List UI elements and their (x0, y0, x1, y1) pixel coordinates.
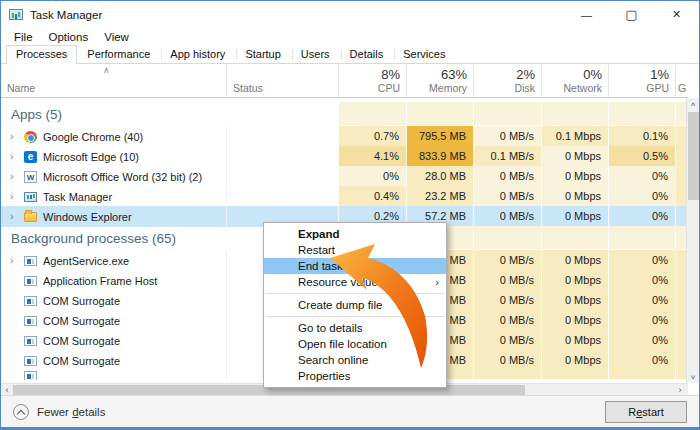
app-icon (24, 336, 37, 346)
metric-label: CPU (378, 82, 400, 94)
column-gpu[interactable]: 1% GPU (608, 64, 675, 97)
column-cpu[interactable]: 8% CPU (338, 64, 406, 97)
network-cell: 0 Mbps (541, 166, 608, 187)
name-column-label: Name (7, 82, 35, 94)
process-row[interactable]: › Microsoft Edge (10) 4.1% 833.9 MB 0.1 … (1, 146, 688, 166)
menubar-item-view[interactable]: View (96, 31, 137, 43)
tab-processes[interactable]: Processes (6, 45, 77, 64)
gpu-cell: 0% (608, 270, 675, 291)
context-menu-item-label: Search online (298, 354, 368, 366)
context-menu-item-go-to-details[interactable]: Go to details (264, 320, 446, 336)
context-menu-item-open-file-location[interactable]: Open file location (264, 336, 446, 352)
tab-app-history[interactable]: App history (160, 45, 235, 63)
memory-cell: 23.2 MB (406, 186, 473, 207)
submenu-arrow-icon: › (435, 274, 439, 290)
cpu-cell: 4.1% (338, 146, 406, 167)
gpu-cell: 0.1% (608, 126, 675, 147)
scroll-down-icon[interactable]: ˅ (687, 371, 699, 383)
process-name: COM Surrogate (43, 295, 120, 307)
tab-details[interactable]: Details (340, 45, 394, 63)
menubar-item-file[interactable]: File (6, 31, 41, 43)
expand-chevron-icon[interactable]: › (10, 191, 18, 202)
network-cell: 0 Mbps (541, 310, 608, 331)
cpu-cell: 0% (338, 166, 406, 187)
tab-label: Performance (87, 48, 150, 60)
tab-performance[interactable]: Performance (77, 45, 160, 63)
edge-icon (24, 151, 37, 163)
context-menu-item-expand[interactable]: Expand (264, 226, 446, 242)
restart-button-label: Restart (628, 406, 663, 418)
expand-chevron-icon[interactable]: › (10, 211, 18, 222)
close-button[interactable]: ✕ (654, 1, 699, 28)
network-cell: 0 Mbps (541, 186, 608, 207)
context-menu-item-restart[interactable]: Restart (264, 242, 446, 258)
column-network[interactable]: 0% Network (541, 64, 608, 97)
gpu-cell: 0% (608, 250, 675, 271)
network-cell: 0 Mbps (541, 350, 608, 371)
process-name: Microsoft Edge (10) (43, 151, 139, 163)
disk-cell: 0.1 MB/s (473, 146, 541, 167)
network-cell: 0 Mbps (541, 330, 608, 351)
tab-label: Users (301, 48, 330, 60)
network-cell (541, 370, 608, 380)
process-row[interactable]: › Task Manager 0.4% 23.2 MB 0 MB/s 0 Mbp… (1, 186, 688, 206)
scroll-left-icon[interactable]: ‹ (1, 385, 13, 395)
process-name: Task Manager (43, 191, 112, 203)
scroll-up-icon[interactable]: ˄ (687, 98, 699, 110)
process-name: COM Surrogate (43, 355, 120, 367)
expand-chevron-icon[interactable]: › (10, 131, 18, 142)
tab-label: Startup (245, 48, 280, 60)
gpu-cell: 0% (608, 166, 675, 187)
tab-label: App history (170, 48, 225, 60)
section-title: Apps (5) (1, 102, 338, 126)
metric-total-percent: 2% (516, 67, 535, 82)
app-icon (24, 256, 37, 266)
process-row[interactable]: › Google Chrome (40) 0.7% 795.5 MB 0 MB/… (1, 126, 688, 146)
disk-cell: 0 MB/s (473, 186, 541, 207)
expand-chevron-icon[interactable]: › (10, 171, 18, 182)
fewer-details-button[interactable]: Fewer details (13, 404, 105, 420)
column-memory[interactable]: 63% Memory (406, 64, 473, 97)
disk-cell: 0 MB/s (473, 290, 541, 311)
maximize-button[interactable]: ▢ (609, 1, 654, 28)
memory-cell: 28.0 MB (406, 166, 473, 187)
status-column-label: Status (233, 82, 263, 94)
process-row[interactable]: › Microsoft Office Word (32 bit) (2) 0% … (1, 166, 688, 186)
context-menu-item-end-task[interactable]: End task (264, 258, 446, 274)
menubar-item-options[interactable]: Options (41, 31, 97, 43)
column-name[interactable]: ∧ Name (1, 64, 226, 97)
context-menu-item-properties[interactable]: Properties (264, 368, 446, 384)
column-status[interactable]: Status (226, 64, 338, 97)
expand-chevron-icon[interactable]: › (10, 151, 18, 162)
expand-chevron-icon[interactable]: › (10, 255, 18, 266)
memory-cell: 833.9 MB (406, 146, 473, 167)
minimize-button[interactable]: — (564, 1, 609, 28)
vertical-scrollbar-thumb[interactable] (688, 112, 699, 200)
column-disk[interactable]: 2% Disk (473, 64, 541, 97)
disk-cell: 0 MB/s (473, 126, 541, 147)
memory-cell: 795.5 MB (406, 126, 473, 147)
cpu-cell: 0.7% (338, 126, 406, 147)
vertical-scrollbar[interactable]: ˄ ˅ (686, 98, 699, 383)
tab-services[interactable]: Services (393, 45, 455, 63)
context-menu-item-search-online[interactable]: Search online (264, 352, 446, 368)
disk-cell: 0 MB/s (473, 350, 541, 371)
metric-label: Memory (429, 82, 467, 94)
tab-users[interactable]: Users (291, 45, 340, 63)
section-header[interactable]: Apps (5) (1, 102, 688, 126)
status-cell (226, 126, 338, 147)
explorer-icon (24, 212, 37, 222)
metric-total-percent: 8% (381, 67, 400, 82)
disk-cell: 0 MB/s (473, 250, 541, 271)
app-icon (24, 276, 37, 286)
context-menu-item-create-dump-file[interactable]: Create dump file (264, 297, 446, 313)
chrome-icon (24, 131, 37, 143)
context-menu-item-label: Create dump file (298, 299, 382, 311)
gpu-cell: 0% (608, 350, 675, 371)
scroll-right-icon[interactable]: › (674, 385, 686, 395)
taskmanager-icon (24, 192, 37, 202)
restart-button[interactable]: Restart (605, 401, 687, 423)
tab-startup[interactable]: Startup (235, 45, 290, 63)
context-menu-item-resource-values[interactable]: Resource values › (264, 274, 446, 290)
column-overflow: G (675, 64, 688, 97)
